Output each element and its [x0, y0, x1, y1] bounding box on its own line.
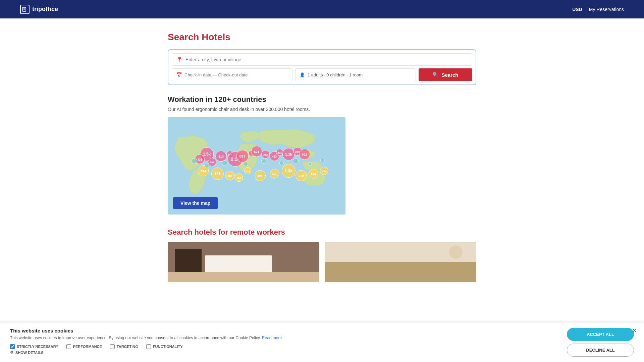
svg-rect-70: [325, 262, 476, 282]
svg-rect-0: [22, 7, 26, 11]
my-reservations-link[interactable]: My Reservations: [589, 7, 624, 12]
svg-text:198: 198: [236, 177, 241, 180]
svg-text:897: 897: [239, 154, 246, 158]
workation-subtitle: Our AI found ergonomic chair and desk in…: [168, 107, 476, 112]
svg-text:302: 302: [228, 174, 232, 178]
svg-rect-65: [175, 249, 202, 276]
search-location-row: 📍: [172, 53, 472, 66]
svg-text:1.5k: 1.5k: [203, 152, 211, 157]
svg-text:312: 312: [263, 153, 268, 156]
svg-text:284: 284: [311, 172, 316, 176]
search-title: Search Hotels: [168, 32, 476, 43]
svg-text:1.1k: 1.1k: [285, 152, 292, 156]
svg-point-55: [192, 159, 197, 164]
view-map-button[interactable]: View the map: [173, 197, 218, 209]
svg-text:326: 326: [197, 158, 202, 161]
svg-text:267: 267: [210, 161, 215, 164]
world-map-container[interactable]: 1.5k3262674131982.1k8975213124232011.1k2…: [168, 117, 345, 215]
remote-section-title: Search hotels for remote workers: [168, 228, 476, 237]
svg-point-59: [261, 159, 266, 164]
svg-text:413: 413: [218, 155, 224, 158]
navbar-right: USD My Reservations: [572, 7, 624, 12]
search-button[interactable]: 🔍 Search: [419, 68, 472, 81]
brand-icon: [20, 5, 30, 14]
svg-text:423: 423: [272, 155, 277, 158]
search-box: 📍 📅 👤 1 adults · 0 children · 1 room 🔍 S…: [168, 49, 476, 85]
svg-text:512: 512: [298, 174, 304, 178]
svg-point-71: [449, 245, 463, 259]
calendar-icon: 📅: [176, 72, 182, 77]
svg-point-62: [308, 162, 312, 166]
svg-point-60: [279, 161, 283, 165]
svg-point-58: [244, 162, 248, 166]
hotel-card-2[interactable]: [325, 242, 476, 282]
brand-name: tripoffice: [32, 6, 58, 13]
hotel-cards-container: [168, 242, 476, 282]
brand-logo[interactable]: tripoffice: [20, 5, 58, 14]
search-bottom-row: 📅 👤 1 adults · 0 children · 1 room 🔍 Sea…: [172, 68, 472, 81]
svg-text:421: 421: [258, 174, 263, 178]
location-input-wrapper: 📍: [172, 53, 472, 66]
hotel-card-1[interactable]: [168, 242, 319, 282]
svg-text:1.3k: 1.3k: [285, 169, 293, 173]
svg-point-63: [320, 158, 324, 162]
svg-text:287: 287: [295, 150, 300, 154]
svg-text:612: 612: [302, 153, 307, 156]
svg-text:144: 144: [246, 170, 250, 173]
svg-rect-67: [168, 272, 319, 282]
guests-wrapper[interactable]: 👤 1 adults · 0 children · 1 room: [295, 68, 416, 81]
date-picker-input[interactable]: [184, 72, 288, 77]
date-picker-wrapper: 📅: [172, 68, 292, 81]
svg-point-57: [222, 160, 227, 166]
svg-point-61: [293, 159, 299, 164]
search-icon: 🔍: [432, 72, 439, 78]
location-icon: 📍: [176, 56, 183, 63]
location-input[interactable]: [185, 57, 468, 62]
svg-text:384: 384: [201, 169, 206, 173]
workation-title: Workation in 120+ countries: [168, 95, 476, 104]
svg-point-56: [205, 164, 209, 168]
guests-value: 1 adults · 0 children · 1 room: [308, 72, 363, 77]
svg-text:351: 351: [272, 172, 277, 176]
svg-text:198: 198: [322, 170, 327, 173]
currency-selector[interactable]: USD: [572, 7, 582, 12]
main-content: Search Hotels 📍 📅 👤 1 adults · 0 childre…: [161, 18, 483, 282]
svg-text:521: 521: [254, 150, 260, 154]
navbar: tripoffice USD My Reservations: [0, 0, 644, 18]
svg-text:201: 201: [277, 151, 282, 154]
svg-text:721: 721: [214, 172, 220, 176]
person-icon: 👤: [300, 72, 305, 77]
